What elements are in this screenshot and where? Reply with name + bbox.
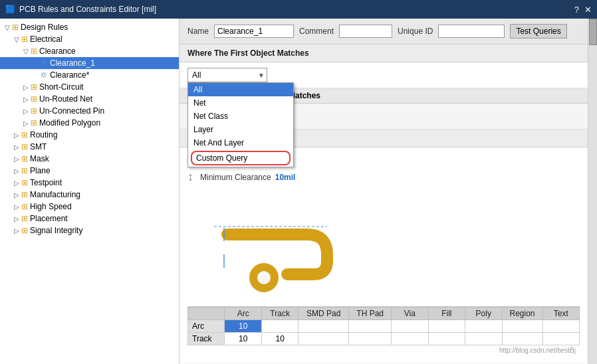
scrollbar[interactable] bbox=[588, 19, 597, 364]
cell-track-fill[interactable] bbox=[428, 333, 465, 345]
cell-arc-smd-pad[interactable] bbox=[298, 320, 349, 333]
folder-icon-electrical: ⊞ bbox=[21, 35, 28, 44]
expand-icon-manufacturing[interactable]: ▷ bbox=[12, 191, 21, 199]
col-header-smd-pad: SMD Pad bbox=[298, 308, 349, 320]
expand-icon-electrical[interactable]: ▽ bbox=[12, 36, 21, 43]
title-bar-text: PCB Rules and Constraints Editor [mil] bbox=[19, 5, 156, 14]
tree-item-clearance-star[interactable]: ⛭ Clearance* bbox=[0, 69, 179, 81]
tree-label-high-speed: High Speed bbox=[30, 202, 72, 211]
expand-icon-design-rules[interactable]: ▽ bbox=[3, 24, 12, 31]
tree-item-smt[interactable]: ▷⊞ SMT bbox=[0, 141, 179, 153]
cell-arc-poly[interactable] bbox=[465, 320, 502, 333]
watermark: http://blog.csdn.net/bestBj bbox=[187, 345, 580, 355]
cell-track-via[interactable] bbox=[392, 333, 428, 345]
cell-track-th-pad[interactable] bbox=[349, 333, 392, 345]
min-clearance-value: 10mil bbox=[275, 173, 296, 182]
tree-item-routing[interactable]: ▷⊞ Routing bbox=[0, 129, 179, 141]
tree-item-modified-polygon[interactable]: ▷⊞ Modified Polygon bbox=[0, 117, 179, 129]
folder-icon-design-rules: ⊞ bbox=[12, 23, 19, 32]
constraints-body: Different Nets Only ↕ Minimum Clearance … bbox=[179, 147, 588, 363]
cell-arc-via[interactable] bbox=[392, 320, 428, 333]
expand-icon-high-speed[interactable]: ▷ bbox=[12, 203, 21, 211]
dropdown-option-net-class[interactable]: Net Class bbox=[188, 110, 293, 123]
expand-icon-plane[interactable]: ▷ bbox=[12, 167, 21, 175]
expand-icon-smt[interactable]: ▷ bbox=[12, 143, 21, 151]
tree-label-clearance-1: Clearance_1 bbox=[50, 58, 95, 68]
cell-track-region[interactable] bbox=[502, 333, 542, 345]
tree-label-routing: Routing bbox=[30, 130, 57, 139]
cell-arc-arc[interactable]: 10 bbox=[225, 320, 261, 333]
cell-arc-track[interactable] bbox=[261, 320, 298, 333]
expand-icon-testpoint[interactable]: ▷ bbox=[12, 179, 21, 187]
help-button[interactable]: ? bbox=[574, 5, 579, 15]
cell-arc-region[interactable] bbox=[502, 320, 542, 333]
cell-track-text[interactable] bbox=[542, 333, 579, 345]
cell-arc-text[interactable] bbox=[542, 320, 579, 333]
cell-track-track[interactable]: 10 bbox=[261, 333, 298, 345]
tree-item-signal-integrity[interactable]: ▷⊞ Signal Integrity bbox=[0, 225, 179, 236]
dropdown-option-net[interactable]: Net bbox=[188, 96, 293, 110]
first-match-dropdown-container: All Net Net Class Layer Net And Layer Cu… bbox=[187, 68, 267, 82]
dropdown-option-net-and-layer[interactable]: Net And Layer bbox=[188, 136, 293, 149]
svg-point-1 bbox=[257, 271, 271, 284]
folder-icon-clearance: ⊞ bbox=[31, 46, 37, 56]
row-header-track: Track bbox=[188, 333, 225, 345]
test-queries-button[interactable]: Test Queries bbox=[510, 24, 566, 39]
expand-icon-short-circuit[interactable]: ▷ bbox=[21, 84, 31, 91]
cell-track-arc[interactable]: 10 bbox=[225, 333, 261, 345]
tree-item-placement[interactable]: ▷⊞ Placement bbox=[0, 213, 179, 225]
tree-item-electrical[interactable]: ▽⊞ Electrical bbox=[0, 33, 179, 45]
dropdown-option-layer[interactable]: Layer bbox=[188, 123, 293, 136]
comment-input[interactable] bbox=[339, 25, 392, 38]
folder-icon-signal-integrity: ⊞ bbox=[21, 226, 28, 235]
folder-icon-smt: ⊞ bbox=[21, 142, 28, 151]
folder-icon-modified-polygon: ⊞ bbox=[31, 118, 37, 128]
dropdown-popup: All Net Net Class Layer Net And Layer Cu… bbox=[187, 82, 294, 167]
tree-label-smt: SMT bbox=[30, 142, 47, 151]
tree-item-un-routed-net[interactable]: ▷⊞ Un-Routed Net bbox=[0, 93, 179, 105]
expand-icon-routing[interactable]: ▷ bbox=[12, 132, 21, 139]
rule-icon-clearance-1: ⛭ bbox=[40, 58, 48, 68]
dropdown-option-all[interactable]: All bbox=[188, 83, 293, 96]
rule-icon-clearance-star: ⛭ bbox=[40, 70, 48, 80]
expand-icon-mask[interactable]: ▷ bbox=[12, 155, 21, 163]
name-input[interactable] bbox=[214, 25, 294, 38]
tree-item-clearance[interactable]: ▽⊞ Clearance bbox=[0, 45, 179, 57]
expand-icon-placement[interactable]: ▷ bbox=[12, 215, 21, 223]
tree-item-clearance-1[interactable]: ⛭ Clearance_1 bbox=[0, 57, 179, 69]
min-clearance-row: ↕ Minimum Clearance 10mil bbox=[187, 170, 580, 184]
dropdown-option-custom-query[interactable]: Custom Query bbox=[191, 151, 291, 165]
col-header-th-pad: TH Pad bbox=[349, 308, 392, 320]
col-header-region: Region bbox=[502, 308, 542, 320]
scrollbar-track[interactable] bbox=[588, 19, 597, 364]
folder-icon-un-routed-net: ⊞ bbox=[31, 94, 37, 104]
cell-track-smd-pad[interactable] bbox=[298, 333, 349, 345]
tree-item-manufacturing[interactable]: ▷⊞ Manufacturing bbox=[0, 189, 179, 201]
tree-item-high-speed[interactable]: ▷⊞ High Speed bbox=[0, 201, 179, 213]
name-label: Name bbox=[187, 27, 209, 36]
folder-icon-placement: ⊞ bbox=[21, 214, 28, 223]
unique-id-label: Unique ID bbox=[398, 27, 433, 36]
expand-icon-clearance[interactable]: ▽ bbox=[21, 48, 31, 55]
cell-track-poly[interactable] bbox=[465, 333, 502, 345]
tree-item-un-connected-pin[interactable]: ▷⊞ Un-Connected Pin bbox=[0, 105, 179, 117]
min-clearance-label: Minimum Clearance bbox=[200, 173, 271, 182]
form-row: Name Comment Unique ID Test Queries bbox=[179, 19, 588, 45]
expand-icon-modified-polygon[interactable]: ▷ bbox=[21, 120, 31, 127]
pcb-illustration bbox=[187, 195, 580, 301]
tree-item-short-circuit[interactable]: ▷⊞ Short-Circuit bbox=[0, 81, 179, 93]
tree-item-testpoint[interactable]: ▷⊞ Testpoint bbox=[0, 177, 179, 189]
expand-icon-signal-integrity[interactable]: ▷ bbox=[12, 227, 21, 234]
scrollbar-thumb[interactable] bbox=[589, 19, 597, 45]
tree-item-design-rules[interactable]: ▽⊞ Design Rules bbox=[0, 21, 179, 33]
expand-icon-un-routed-net[interactable]: ▷ bbox=[21, 96, 31, 103]
expand-icon-un-connected-pin[interactable]: ▷ bbox=[21, 108, 31, 115]
tree-item-plane[interactable]: ▷⊞ Plane bbox=[0, 165, 179, 177]
first-match-dropdown[interactable]: All Net Net Class Layer Net And Layer Cu… bbox=[187, 68, 267, 82]
unique-id-input[interactable] bbox=[438, 25, 505, 38]
tree-item-mask[interactable]: ▷⊞ Mask bbox=[0, 153, 179, 165]
cell-arc-fill[interactable] bbox=[428, 320, 465, 333]
close-button[interactable]: ✕ bbox=[584, 5, 592, 15]
cell-arc-th-pad[interactable] bbox=[349, 320, 392, 333]
tree-label-un-routed-net: Un-Routed Net bbox=[39, 94, 92, 104]
